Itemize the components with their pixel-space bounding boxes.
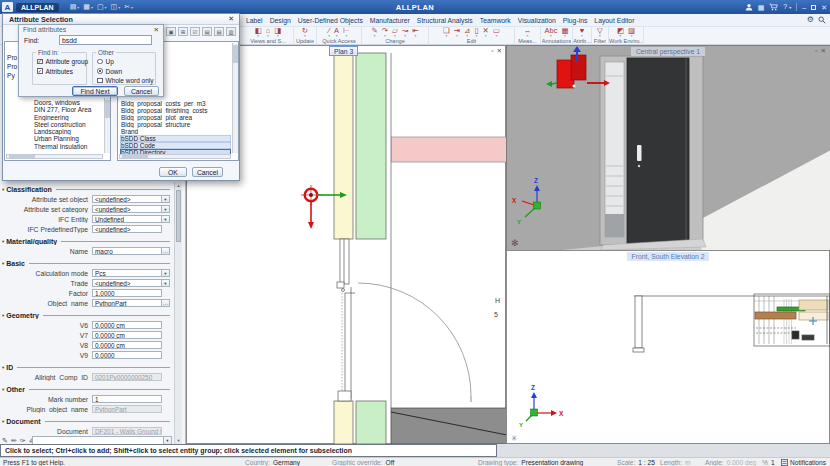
status-field[interactable]: Graphic override: Off <box>332 459 394 466</box>
quick-access-icon[interactable]: ▤▾ <box>70 3 80 11</box>
ribbon-icon[interactable]: ↻▾ <box>302 27 308 38</box>
attribute-item[interactable]: bSDD Class <box>120 135 231 142</box>
ribbon-icon[interactable]: ✎▾ <box>372 27 378 38</box>
menu-tab[interactable]: Manufacturer <box>370 17 410 24</box>
dropdown-arrow-icon[interactable]: ▾ <box>162 215 170 224</box>
dropdown-arrow-icon[interactable]: ▾ <box>162 205 170 214</box>
section-collapse-icon[interactable]: ▾ <box>2 187 4 192</box>
user-icon[interactable] <box>745 3 753 11</box>
scrollbar-thumb[interactable] <box>105 100 110 118</box>
scrollbar-thumb[interactable] <box>176 190 181 242</box>
find-in-option[interactable]: Attributes <box>37 68 84 75</box>
palette-row-value[interactable]: 0.0000 cm <box>92 331 162 340</box>
status-field[interactable]: Country: Germany <box>245 459 300 466</box>
app-logo-icon[interactable]: A <box>2 2 13 12</box>
quick-access-icon[interactable]: ◫▾ <box>111 3 121 11</box>
viewport-control-icon[interactable]: ▫ <box>815 47 817 55</box>
ok-button[interactable]: OK <box>159 167 187 177</box>
find-next-button[interactable]: Find Next <box>72 86 118 96</box>
perspective-viewport[interactable]: Z X Y ✻ Central perspective 1 ▫✕ <box>506 45 830 250</box>
palette-row-value[interactable]: 0.0000 cm <box>92 341 162 350</box>
menu-tab[interactable]: Layout Editor <box>594 17 634 24</box>
section-collapse-icon[interactable]: ▾ <box>2 419 4 424</box>
ribbon-icon[interactable]: ▽▾ <box>597 27 603 38</box>
status-field[interactable]: Angle: 0.000 deg <box>705 459 756 466</box>
ribbon-icon[interactable]: ⇤▾ <box>412 27 418 38</box>
palette-row-value[interactable]: macro <box>92 247 162 256</box>
ribbon-icon[interactable]: ❏▾ <box>443 27 450 38</box>
section-collapse-icon[interactable]: ▾ <box>2 387 4 392</box>
ribbon-icon[interactable]: Abc▾ <box>544 27 557 38</box>
ribbon-icon[interactable]: ♥▾ <box>580 27 584 38</box>
palette-row-value[interactable]: Undefined <box>92 215 162 224</box>
radio-or-checkbox[interactable] <box>97 59 103 65</box>
browse-button[interactable]: … <box>162 247 170 256</box>
dialog-toolbar-icon[interactable]: ⊞ <box>178 27 188 36</box>
viewport-control-icon[interactable]: ▫ <box>491 47 493 55</box>
shop-cart-icon[interactable] <box>769 3 778 11</box>
ribbon-icon[interactable]: ↷▾ <box>382 27 388 38</box>
attribute-item[interactable]: Bldg_proposal_structure <box>120 121 231 128</box>
palette-row-value[interactable]: Pcs <box>92 269 162 278</box>
tree-item[interactable]: Landscaping <box>34 128 103 135</box>
ribbon-icon[interactable]: ↔▾ <box>524 27 532 38</box>
cancel-button[interactable]: Cancel <box>192 167 223 177</box>
dialog-toolbar-icon[interactable]: ▤ <box>214 27 224 36</box>
scrollbar-thumb[interactable] <box>9 155 35 158</box>
search-direction-option[interactable]: Whole word only <box>97 77 153 84</box>
browse-button[interactable]: … <box>162 299 170 308</box>
ribbon-icon[interactable]: ◧▾ <box>255 27 262 38</box>
ribbon-icon[interactable]: ⇥▾ <box>454 27 460 38</box>
search-icon[interactable] <box>818 16 826 24</box>
palette-row-value[interactable]: <undefined> <box>92 195 162 204</box>
search-direction-option[interactable]: Up <box>97 58 153 65</box>
dialog-toolbar-icon[interactable]: ▣ <box>166 27 176 36</box>
menu-tab[interactable]: Design <box>270 17 291 24</box>
palette-row-value[interactable]: <undefined> <box>92 225 162 234</box>
palette-row-value[interactable]: 0.0000 cm <box>92 321 162 330</box>
ribbon-icon[interactable]: A▾ <box>334 27 339 38</box>
scroll-up-icon[interactable]: ▲ <box>175 183 182 188</box>
checkbox[interactable] <box>37 68 43 74</box>
radio-or-checkbox[interactable] <box>97 68 103 74</box>
elevation-viewport[interactable]: Z X Y ✳ Front, South Elevation 2 <box>506 250 830 444</box>
ribbon-icon[interactable]: ↝▾ <box>402 27 408 38</box>
palette-row-value[interactable]: DF201 - Walls Ground floor <box>92 427 162 436</box>
attribute-item[interactable]: bSDD Code <box>120 142 231 149</box>
ribbon-icon[interactable]: ▯▾ <box>474 27 478 38</box>
dialog-toolbar-icon[interactable]: ▥ <box>226 27 236 36</box>
close-icon[interactable]: ✕ <box>154 26 159 34</box>
help-menu[interactable]: ? ▾ <box>783 3 791 11</box>
status-field[interactable]: Scale: 1 : 25 <box>617 459 655 466</box>
status-field[interactable]: % 1 <box>762 459 775 466</box>
palette-row-value[interactable]: <undefined> <box>92 279 162 288</box>
find-input[interactable] <box>59 35 152 45</box>
dropdown-arrow-icon[interactable]: ▾ <box>162 279 170 288</box>
viewport-control-icon[interactable]: ✕ <box>821 47 826 55</box>
quick-access-icon[interactable]: ✂▾ <box>124 3 133 11</box>
checkbox[interactable] <box>37 59 43 65</box>
scrollbar-thumb[interactable] <box>122 155 148 158</box>
ribbon-icon[interactable]: ◨▾ <box>274 27 281 38</box>
ribbon-icon[interactable]: ⌂▾ <box>266 27 271 38</box>
ribbon-icon[interactable]: ▦▾ <box>561 27 568 38</box>
tree-horizontal-scrollbar[interactable] <box>6 154 103 159</box>
menu-tab[interactable]: User-Defined Objects <box>298 17 363 24</box>
section-collapse-icon[interactable]: ▾ <box>2 365 4 370</box>
ribbon-icon[interactable]: ∕▾ <box>328 27 330 38</box>
tree-item[interactable]: Doors, windows <box>34 99 103 106</box>
palette-scrollbar[interactable]: ▲ ▼ <box>174 182 182 444</box>
menu-tab[interactable]: Structural Analysis <box>417 17 473 24</box>
attribute-item[interactable]: Bldg_proposal_finishing_costs <box>120 107 231 114</box>
dropdown-arrow-icon[interactable]: ▾ <box>162 195 170 204</box>
attributes-horizontal-scrollbar[interactable] <box>119 154 231 159</box>
menu-tab[interactable]: Visualization <box>518 17 556 24</box>
tree-item[interactable]: Engineering <box>34 114 103 121</box>
section-collapse-icon[interactable]: ▾ <box>2 313 4 318</box>
status-field[interactable]: Drawing type: Presentation drawing <box>478 459 583 466</box>
palette-row-value[interactable]: 1.0000 <box>92 289 162 298</box>
section-collapse-icon[interactable]: ▾ <box>2 261 4 266</box>
tree-item[interactable]: Thermal Insulation <box>34 143 103 150</box>
menu-tab[interactable]: Plug-ins <box>563 17 588 24</box>
attribute-item[interactable]: Bldg_proposal_plot_area <box>120 114 231 121</box>
